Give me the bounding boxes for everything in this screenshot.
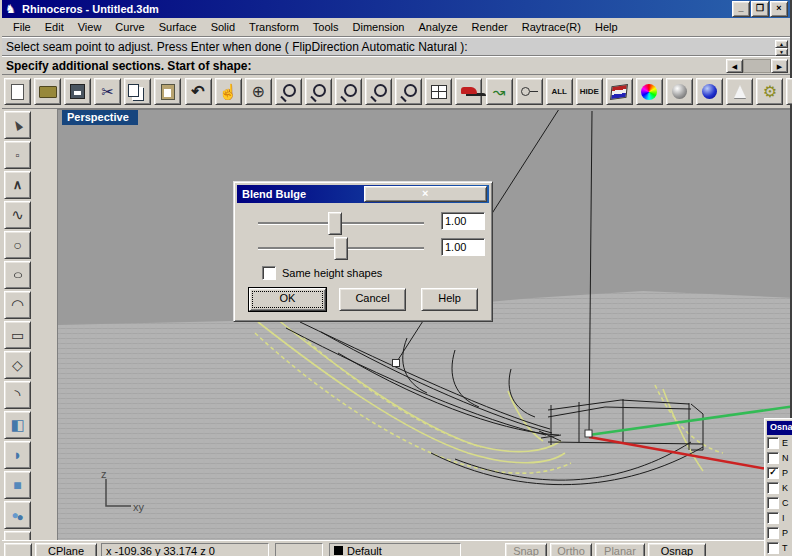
viewport-layout-button[interactable] xyxy=(425,78,452,105)
zoom-previous-button[interactable] xyxy=(395,78,422,105)
planar-toggle[interactable]: Planar xyxy=(595,543,645,556)
menu-item-surface[interactable]: Surface xyxy=(152,19,204,35)
shaded-view-button[interactable] xyxy=(666,78,693,105)
slider-thumb[interactable] xyxy=(328,212,342,235)
polygon-button[interactable] xyxy=(4,351,31,379)
paste-button[interactable] xyxy=(154,78,181,105)
menu-item-transform[interactable]: Transform xyxy=(242,19,306,35)
bulge-value-2[interactable] xyxy=(441,238,485,256)
menu-item-raytracer[interactable]: Raytrace(R) xyxy=(515,19,588,35)
osnap-checkbox[interactable] xyxy=(767,527,779,539)
save-button[interactable] xyxy=(64,78,91,105)
hscroll-track[interactable] xyxy=(743,59,771,73)
menu-item-edit[interactable]: Edit xyxy=(38,19,71,35)
layer-field[interactable]: Default xyxy=(329,543,461,556)
control-points-button[interactable] xyxy=(486,78,513,105)
surface-patch-button[interactable] xyxy=(4,441,31,469)
menu-item-solid[interactable]: Solid xyxy=(204,19,242,35)
open-file-button[interactable] xyxy=(34,78,61,105)
cut-button[interactable] xyxy=(94,78,121,105)
command-scroll-spinner: ▲ ▼ xyxy=(775,40,788,54)
polyline-button[interactable] xyxy=(4,171,31,199)
options-button[interactable] xyxy=(756,78,783,105)
undo-button[interactable] xyxy=(185,78,212,105)
cplane-button[interactable]: CPlane xyxy=(35,543,97,556)
osnap-checkbox[interactable] xyxy=(767,437,779,449)
car-button[interactable] xyxy=(455,78,482,105)
restore-button[interactable]: ❐ xyxy=(751,1,769,17)
osnap-checkbox[interactable] xyxy=(767,497,779,509)
menu-item-tools[interactable]: Tools xyxy=(306,19,346,35)
bulge-slider-2[interactable] xyxy=(258,238,424,258)
point-on-curve-button[interactable] xyxy=(516,78,543,105)
snap-toggle[interactable]: Snap xyxy=(505,543,547,556)
bulge-slider-1[interactable] xyxy=(258,213,424,233)
scroll-right-icon[interactable]: ▶ xyxy=(771,59,788,73)
scroll-up-icon[interactable]: ▲ xyxy=(775,40,788,48)
viewport-title-tab[interactable]: Perspective xyxy=(62,110,138,125)
slider-thumb[interactable] xyxy=(334,237,348,260)
scroll-left-icon[interactable]: ◀ xyxy=(726,59,743,73)
ellipse-button[interactable] xyxy=(4,261,31,289)
single-point-button[interactable] xyxy=(4,141,31,169)
osnap-row: ✓ P xyxy=(767,465,792,480)
osnap-checkbox[interactable] xyxy=(767,452,779,464)
pan-button[interactable] xyxy=(215,78,242,105)
osnap-label: P xyxy=(782,468,788,478)
menu-item-file[interactable]: File xyxy=(6,19,38,35)
menu-item-curve[interactable]: Curve xyxy=(108,19,151,35)
menu-item-render[interactable]: Render xyxy=(465,19,515,35)
command-history-line[interactable]: Select seam point to adjust. Press Enter… xyxy=(2,37,790,56)
dialog-title-bar[interactable]: Blend Bulge × xyxy=(237,185,489,203)
circle-button[interactable] xyxy=(4,231,31,259)
zoom-all-button[interactable]: ALL xyxy=(546,78,573,105)
dimension-button[interactable] xyxy=(786,78,792,105)
select-arrow-button[interactable] xyxy=(4,111,31,139)
zoom-window-button[interactable] xyxy=(305,78,332,105)
hide-icon: HIDE xyxy=(580,85,599,99)
zoom-extents-button[interactable] xyxy=(365,78,392,105)
zoom-in-out-button[interactable] xyxy=(275,78,302,105)
rotate-view-button[interactable] xyxy=(245,78,272,105)
hide-button[interactable]: HIDE xyxy=(576,78,603,105)
osnap-checkbox[interactable] xyxy=(767,542,779,554)
dialog-close-icon[interactable]: × xyxy=(364,186,488,202)
spotlight-button[interactable] xyxy=(726,78,753,105)
osnap-row: C xyxy=(767,495,792,510)
zoom-selected-button[interactable] xyxy=(335,78,362,105)
render-button[interactable] xyxy=(696,78,723,105)
curve-button[interactable] xyxy=(4,201,31,229)
close-button[interactable]: × xyxy=(770,1,788,17)
viewport-canvas[interactable]: z xy xyxy=(58,110,790,540)
help-button[interactable]: Help xyxy=(421,288,478,311)
bulge-value-1[interactable] xyxy=(441,212,485,230)
same-height-checkbox[interactable]: ✓ xyxy=(262,266,276,280)
menu-item-view[interactable]: View xyxy=(71,19,109,35)
box-button[interactable] xyxy=(4,471,31,499)
menu-item-analyze[interactable]: Analyze xyxy=(411,19,464,35)
fillet-corner-button[interactable] xyxy=(4,381,31,409)
osnap-checkbox[interactable]: ✓ xyxy=(767,467,779,479)
cancel-button[interactable]: Cancel xyxy=(339,288,406,311)
menu-item-help[interactable]: Help xyxy=(588,19,625,35)
spheres-button[interactable] xyxy=(4,501,31,529)
scroll-down-icon[interactable]: ▼ xyxy=(775,48,788,56)
osnap-toggle[interactable]: Osnap xyxy=(648,543,706,556)
menu-item-dimension[interactable]: Dimension xyxy=(346,19,412,35)
surface-points-button[interactable] xyxy=(4,411,31,439)
ok-button[interactable]: OK xyxy=(249,288,326,311)
rectangle-button[interactable] xyxy=(4,321,31,349)
color-wheel-button[interactable] xyxy=(636,78,663,105)
minimize-button[interactable]: _ xyxy=(732,1,750,17)
perspective-viewport[interactable]: Perspective xyxy=(57,109,790,540)
osnap-palette-title[interactable]: Osna xyxy=(767,421,792,435)
layers-button[interactable] xyxy=(606,78,633,105)
command-prompt-line[interactable]: Specify additional sections. Start of sh… xyxy=(2,56,790,75)
osnap-checkbox[interactable] xyxy=(767,512,779,524)
layer-color-swatch xyxy=(334,546,343,555)
arc-button[interactable] xyxy=(4,291,31,319)
osnap-checkbox[interactable] xyxy=(767,482,779,494)
new-file-button[interactable] xyxy=(4,78,31,105)
ortho-toggle[interactable]: Ortho xyxy=(550,543,592,556)
copy-button[interactable] xyxy=(124,78,151,105)
